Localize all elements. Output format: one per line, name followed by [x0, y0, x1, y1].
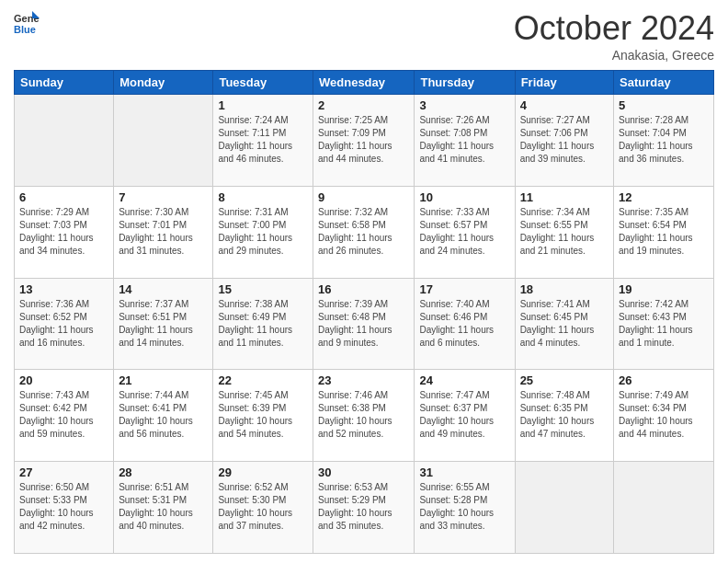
day-detail: Sunrise: 7:37 AMSunset: 6:51 PMDaylight:… [119, 298, 208, 350]
day-number: 26 [619, 373, 709, 387]
day-cell: 9Sunrise: 7:32 AMSunset: 6:58 PMDaylight… [313, 186, 415, 278]
day-cell: 25Sunrise: 7:48 AMSunset: 6:35 PMDayligh… [515, 370, 613, 462]
day-cell: 17Sunrise: 7:40 AMSunset: 6:46 PMDayligh… [415, 278, 515, 370]
day-detail: Sunrise: 7:47 AMSunset: 6:37 PMDaylight:… [419, 389, 509, 441]
day-header-thursday: Thursday [415, 71, 515, 95]
day-number: 31 [419, 465, 509, 479]
day-number: 16 [318, 282, 409, 296]
calendar-page: General Blue October 2024 Anakasia, Gree… [0, 0, 728, 563]
day-number: 30 [318, 465, 409, 479]
header-row: SundayMondayTuesdayWednesdayThursdayFrid… [15, 71, 714, 95]
day-cell: 30Sunrise: 6:53 AMSunset: 5:29 PMDayligh… [313, 462, 415, 554]
day-detail: Sunrise: 7:25 AMSunset: 7:09 PMDaylight:… [318, 114, 409, 166]
day-cell: 26Sunrise: 7:49 AMSunset: 6:34 PMDayligh… [614, 370, 714, 462]
day-detail: Sunrise: 7:32 AMSunset: 6:58 PMDaylight:… [318, 206, 409, 258]
day-cell: 18Sunrise: 7:41 AMSunset: 6:45 PMDayligh… [515, 278, 613, 370]
day-detail: Sunrise: 7:34 AMSunset: 6:55 PMDaylight:… [520, 206, 609, 258]
day-number: 8 [218, 190, 308, 204]
day-header-monday: Monday [114, 71, 213, 95]
month-title: October 2024 [514, 9, 714, 48]
day-cell: 4Sunrise: 7:27 AMSunset: 7:06 PMDaylight… [515, 95, 613, 187]
week-row-1: 1Sunrise: 7:24 AMSunset: 7:11 PMDaylight… [15, 95, 714, 187]
day-number: 21 [119, 373, 208, 387]
day-number: 6 [19, 190, 108, 204]
day-cell: 19Sunrise: 7:42 AMSunset: 6:43 PMDayligh… [614, 278, 714, 370]
day-cell: 7Sunrise: 7:30 AMSunset: 7:01 PMDaylight… [114, 186, 213, 278]
week-row-2: 6Sunrise: 7:29 AMSunset: 7:03 PMDaylight… [15, 186, 714, 278]
day-cell: 14Sunrise: 7:37 AMSunset: 6:51 PMDayligh… [114, 278, 213, 370]
day-detail: Sunrise: 7:44 AMSunset: 6:41 PMDaylight:… [119, 389, 208, 441]
day-number: 11 [520, 190, 609, 204]
day-number: 24 [419, 373, 509, 387]
day-detail: Sunrise: 7:27 AMSunset: 7:06 PMDaylight:… [520, 114, 609, 166]
day-cell: 28Sunrise: 6:51 AMSunset: 5:31 PMDayligh… [114, 462, 213, 554]
week-row-3: 13Sunrise: 7:36 AMSunset: 6:52 PMDayligh… [15, 278, 714, 370]
day-cell: 15Sunrise: 7:38 AMSunset: 6:49 PMDayligh… [213, 278, 313, 370]
day-number: 29 [218, 465, 308, 479]
day-number: 2 [318, 98, 409, 112]
day-detail: Sunrise: 7:49 AMSunset: 6:34 PMDaylight:… [619, 389, 709, 441]
week-row-4: 20Sunrise: 7:43 AMSunset: 6:42 PMDayligh… [15, 370, 714, 462]
day-detail: Sunrise: 7:30 AMSunset: 7:01 PMDaylight:… [119, 206, 208, 258]
day-detail: Sunrise: 7:42 AMSunset: 6:43 PMDaylight:… [619, 298, 709, 350]
day-number: 1 [218, 98, 308, 112]
day-cell [15, 95, 114, 187]
day-cell: 12Sunrise: 7:35 AMSunset: 6:54 PMDayligh… [614, 186, 714, 278]
day-cell: 24Sunrise: 7:47 AMSunset: 6:37 PMDayligh… [415, 370, 515, 462]
header: General Blue October 2024 Anakasia, Gree… [14, 9, 714, 63]
day-number: 22 [218, 373, 308, 387]
day-detail: Sunrise: 7:41 AMSunset: 6:45 PMDaylight:… [520, 298, 609, 350]
day-detail: Sunrise: 7:40 AMSunset: 6:46 PMDaylight:… [419, 298, 509, 350]
day-number: 27 [19, 465, 108, 479]
day-detail: Sunrise: 7:26 AMSunset: 7:08 PMDaylight:… [419, 114, 509, 166]
day-number: 3 [419, 98, 509, 112]
day-detail: Sunrise: 6:53 AMSunset: 5:29 PMDaylight:… [318, 481, 409, 533]
logo: General Blue [14, 9, 40, 35]
day-cell: 22Sunrise: 7:45 AMSunset: 6:39 PMDayligh… [213, 370, 313, 462]
day-cell: 13Sunrise: 7:36 AMSunset: 6:52 PMDayligh… [15, 278, 114, 370]
day-cell: 16Sunrise: 7:39 AMSunset: 6:48 PMDayligh… [313, 278, 415, 370]
subtitle: Anakasia, Greece [514, 48, 714, 63]
day-number: 20 [19, 373, 108, 387]
day-number: 12 [619, 190, 709, 204]
day-header-friday: Friday [515, 71, 613, 95]
day-cell [114, 95, 213, 187]
calendar-table: SundayMondayTuesdayWednesdayThursdayFrid… [14, 70, 714, 554]
day-detail: Sunrise: 6:52 AMSunset: 5:30 PMDaylight:… [218, 481, 308, 533]
day-cell: 20Sunrise: 7:43 AMSunset: 6:42 PMDayligh… [15, 370, 114, 462]
day-cell [614, 462, 714, 554]
day-number: 25 [520, 373, 609, 387]
day-detail: Sunrise: 7:38 AMSunset: 6:49 PMDaylight:… [218, 298, 308, 350]
day-detail: Sunrise: 7:36 AMSunset: 6:52 PMDaylight:… [19, 298, 108, 350]
day-detail: Sunrise: 7:43 AMSunset: 6:42 PMDaylight:… [19, 389, 108, 441]
day-detail: Sunrise: 6:55 AMSunset: 5:28 PMDaylight:… [419, 481, 509, 533]
day-number: 9 [318, 190, 409, 204]
day-cell: 10Sunrise: 7:33 AMSunset: 6:57 PMDayligh… [415, 186, 515, 278]
day-detail: Sunrise: 7:33 AMSunset: 6:57 PMDaylight:… [419, 206, 509, 258]
week-row-5: 27Sunrise: 6:50 AMSunset: 5:33 PMDayligh… [15, 462, 714, 554]
day-detail: Sunrise: 7:35 AMSunset: 6:54 PMDaylight:… [619, 206, 709, 258]
day-number: 23 [318, 373, 409, 387]
day-detail: Sunrise: 7:29 AMSunset: 7:03 PMDaylight:… [19, 206, 108, 258]
day-number: 4 [520, 98, 609, 112]
title-section: October 2024 Anakasia, Greece [514, 9, 714, 63]
day-number: 5 [619, 98, 709, 112]
day-detail: Sunrise: 7:45 AMSunset: 6:39 PMDaylight:… [218, 389, 308, 441]
day-number: 14 [119, 282, 208, 296]
day-cell: 11Sunrise: 7:34 AMSunset: 6:55 PMDayligh… [515, 186, 613, 278]
day-detail: Sunrise: 7:28 AMSunset: 7:04 PMDaylight:… [619, 114, 709, 166]
svg-text:Blue: Blue [14, 24, 36, 35]
day-cell: 3Sunrise: 7:26 AMSunset: 7:08 PMDaylight… [415, 95, 515, 187]
day-cell: 1Sunrise: 7:24 AMSunset: 7:11 PMDaylight… [213, 95, 313, 187]
day-header-saturday: Saturday [614, 71, 714, 95]
day-cell: 2Sunrise: 7:25 AMSunset: 7:09 PMDaylight… [313, 95, 415, 187]
logo-icon: General Blue [14, 9, 40, 35]
day-cell: 8Sunrise: 7:31 AMSunset: 7:00 PMDaylight… [213, 186, 313, 278]
day-number: 7 [119, 190, 208, 204]
day-number: 13 [19, 282, 108, 296]
day-number: 15 [218, 282, 308, 296]
day-detail: Sunrise: 7:24 AMSunset: 7:11 PMDaylight:… [218, 114, 308, 166]
day-number: 18 [520, 282, 609, 296]
day-number: 19 [619, 282, 709, 296]
day-cell: 27Sunrise: 6:50 AMSunset: 5:33 PMDayligh… [15, 462, 114, 554]
